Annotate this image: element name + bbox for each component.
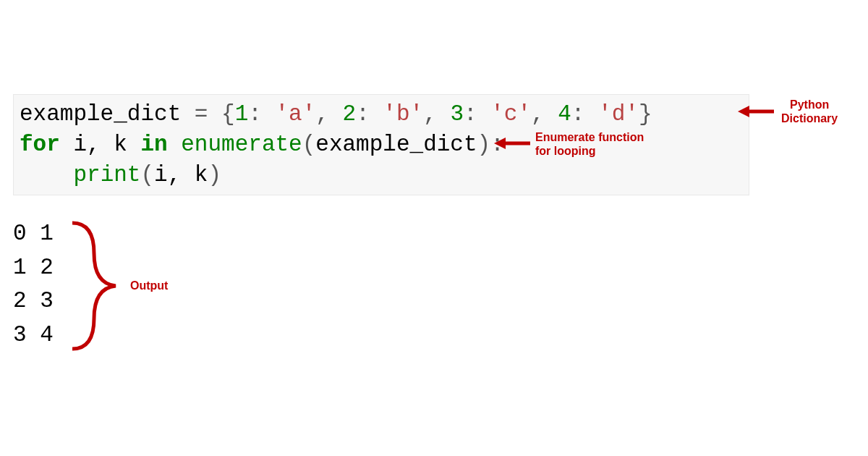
- brace-output-icon: [65, 217, 123, 355]
- annotation-output-label: Output: [130, 279, 168, 292]
- code-line-3: print(i, k): [20, 162, 221, 187]
- paren-open: (: [140, 162, 154, 187]
- output-block: 0 1 1 2 2 3 3 4: [13, 217, 54, 352]
- dict-value-2: 'b': [383, 101, 423, 127]
- dict-key-2: 2: [343, 101, 357, 127]
- comma: ,: [423, 101, 450, 127]
- assign-operator: =: [181, 101, 221, 127]
- indent: [20, 162, 73, 187]
- variable-name: example_dict: [20, 101, 181, 127]
- svg-marker-1: [738, 106, 749, 117]
- brace-close: }: [639, 101, 652, 127]
- space: [168, 132, 182, 157]
- dict-value-1: 'a': [276, 101, 316, 127]
- arrow-dict-icon: [738, 103, 778, 120]
- colon: :: [356, 101, 383, 127]
- code-line-1: example_dict = {1: 'a', 2: 'b', 3: 'c', …: [20, 101, 652, 127]
- dict-value-4: 'd': [598, 101, 639, 127]
- comma: ,: [531, 101, 558, 127]
- annotation-dict-line1: Python: [781, 98, 838, 111]
- arrow-enumerate-icon: [494, 135, 534, 152]
- annotation-dict: Python Dictionary: [781, 98, 838, 125]
- annotation-enum-line2: for looping: [535, 144, 644, 158]
- in-keyword: in: [140, 132, 167, 157]
- paren-close: ): [208, 162, 221, 187]
- svg-marker-3: [494, 138, 506, 149]
- colon: :: [248, 101, 275, 127]
- print-args: i, k: [154, 162, 208, 187]
- print-builtin: print: [73, 162, 140, 187]
- enumerate-builtin: enumerate: [181, 132, 302, 157]
- paren-open: (: [302, 132, 316, 157]
- code-line-2: for i, k in enumerate(example_dict):: [20, 132, 504, 157]
- brace-open: {: [221, 101, 235, 127]
- comma: ,: [315, 101, 342, 127]
- annotation-output: Output: [130, 279, 168, 292]
- enumerate-arg: example_dict: [315, 132, 477, 157]
- output-line-2: 1 2: [13, 255, 54, 280]
- colon: :: [571, 101, 598, 127]
- colon: :: [464, 101, 490, 127]
- output-line-4: 3 4: [13, 322, 54, 347]
- dict-value-3: 'c': [490, 101, 531, 127]
- annotation-enumerate: Enumerate function for looping: [535, 130, 644, 158]
- loop-vars: i, k: [60, 132, 141, 157]
- for-keyword: for: [20, 132, 60, 157]
- dict-key-1: 1: [235, 101, 249, 127]
- output-line-1: 0 1: [13, 221, 54, 246]
- annotation-enum-line1: Enumerate function: [535, 130, 644, 144]
- output-line-3: 2 3: [13, 288, 54, 313]
- annotation-dict-line2: Dictionary: [781, 111, 838, 125]
- dict-key-4: 4: [558, 101, 571, 127]
- dict-key-3: 3: [450, 101, 464, 127]
